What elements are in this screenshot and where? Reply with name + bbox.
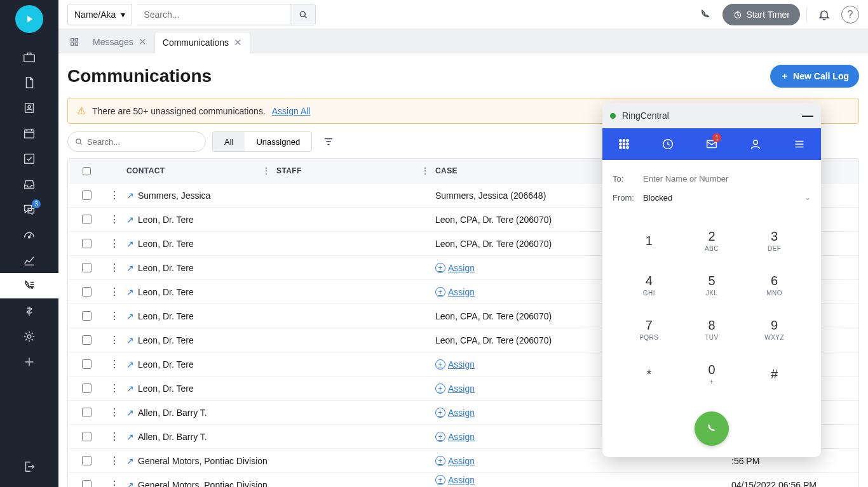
row-menu-button[interactable]: ⋮ [109,237,119,250]
case-text[interactable]: Leon, CPA, Dr. Tere (206070) [435,215,552,225]
nav-briefcase[interactable] [0,44,58,70]
rc-from-dropdown[interactable]: ⌄ [804,193,811,202]
filter-button[interactable] [318,131,339,152]
rc-tab-messages[interactable]: 1 [690,128,734,160]
tab-communications[interactable]: Communications ✕ [154,32,250,53]
tab-messages-close[interactable]: ✕ [139,36,147,48]
rc-to-input[interactable] [643,174,811,183]
row-menu-button[interactable]: ⋮ [109,406,119,418]
tab-messages[interactable]: Messages ✕ [85,31,154,53]
case-text[interactable]: Leon, CPA, Dr. Tere (206070) [435,335,552,345]
row-menu-button[interactable]: ⋮ [109,479,119,487]
dialpad-key-#[interactable]: # [743,352,806,396]
rc-tab-menu[interactable] [777,128,821,160]
row-menu-button[interactable]: ⋮ [109,430,119,443]
dialpad-key-*[interactable]: * [618,352,681,396]
dialpad-key-5[interactable]: 5JKL [681,263,743,307]
contact-name[interactable]: Leon, Dr. Tere [138,239,194,249]
row-checkbox[interactable] [82,190,92,200]
search-type-dropdown[interactable]: Name/Aka ▾ [67,4,132,25]
dialpad-key-6[interactable]: 6MNO [743,263,806,307]
global-search-input[interactable] [137,4,290,25]
nav-document[interactable] [0,70,58,95]
rc-tab-dialpad[interactable] [602,128,646,160]
app-logo[interactable] [15,5,43,33]
contact-name[interactable]: Leon, Dr. Tere [138,335,194,345]
contact-name[interactable]: Leon, Dr. Tere [138,263,194,273]
help-button[interactable]: ? [841,6,859,23]
notifications-button[interactable] [813,4,835,25]
row-menu-button[interactable]: ⋮ [109,213,119,225]
contact-name[interactable]: Summers, Jessica [138,190,210,201]
tab-communications-close[interactable]: ✕ [234,37,242,48]
contact-name[interactable]: Leon, Dr. Tere [138,384,194,394]
row-menu-button[interactable]: ⋮ [109,382,119,394]
row-checkbox[interactable] [82,359,92,369]
row-menu-button[interactable]: ⋮ [109,310,119,322]
case-text[interactable]: Purpose 001 [435,485,485,488]
row-checkbox[interactable] [82,287,92,297]
nav-inbox[interactable] [0,171,58,197]
row-menu-button[interactable]: ⋮ [109,262,119,274]
start-timer-button[interactable]: Start Timer [722,4,800,25]
nav-communications[interactable] [0,273,58,298]
row-checkbox[interactable] [82,263,92,272]
global-search-button[interactable] [290,4,315,25]
contact-name[interactable]: Leon, Dr. Tere [138,311,194,321]
tab-grid-button[interactable] [64,31,85,53]
contact-name[interactable]: Allen, Dr. Barry T. [138,408,207,418]
nav-chat[interactable]: 3 [0,197,58,222]
case-text[interactable]: Summers, Jessica (206648) [435,190,546,201]
nav-add[interactable] [0,349,58,375]
row-checkbox[interactable] [82,456,92,465]
contact-name[interactable]: Leon, Dr. Tere [138,287,194,297]
call-phone-button[interactable] [695,4,716,25]
contact-name[interactable]: General Motors, Pontiac Division [138,456,268,466]
nav-contacts[interactable] [0,95,58,121]
assign-link[interactable]: +Assign [435,475,731,485]
row-checkbox[interactable] [82,335,92,345]
nav-reports[interactable] [0,248,58,273]
rc-minimize-button[interactable]: — [802,109,813,123]
nav-logout[interactable] [0,454,58,479]
assign-all-link[interactable]: Assign All [272,106,311,116]
case-text[interactable]: Leon, CPA, Dr. Tere (206070) [435,239,552,249]
contact-name[interactable]: Leon, Dr. Tere [138,215,194,225]
row-menu-button[interactable]: ⋮ [109,189,119,201]
row-checkbox[interactable] [82,239,92,248]
row-checkbox[interactable] [82,215,92,224]
contact-name[interactable]: Allen, Dr. Barry T. [138,432,207,442]
nav-calendar[interactable] [0,121,58,146]
dialpad-key-9[interactable]: 9WXYZ [743,307,806,352]
filter-all[interactable]: All [213,132,245,151]
row-menu-button[interactable]: ⋮ [109,286,119,298]
contact-name[interactable]: General Motors, Pontiac Division [138,480,268,488]
dialpad-key-1[interactable]: 1 [618,218,681,263]
nav-tasks[interactable] [0,146,58,171]
nav-dashboard[interactable] [0,222,58,248]
rc-call-button[interactable] [695,411,729,446]
dialpad-key-2[interactable]: 2ABC [681,218,743,263]
dialpad-key-7[interactable]: 7PQRS [618,307,681,352]
row-checkbox[interactable] [82,432,92,441]
nav-billing[interactable] [0,298,58,324]
filter-unassigned[interactable]: Unassigned [245,132,311,151]
row-menu-button[interactable]: ⋮ [109,358,119,370]
row-menu-button[interactable]: ⋮ [109,455,119,467]
row-checkbox[interactable] [82,408,92,417]
rc-tab-contacts[interactable] [733,128,777,160]
select-all-checkbox[interactable] [83,167,91,175]
contact-name[interactable]: Leon, Dr. Tere [138,359,194,370]
row-checkbox[interactable] [82,311,92,321]
rc-tab-history[interactable] [646,128,690,160]
dialpad-key-4[interactable]: 4GHI [618,263,681,307]
nav-settings[interactable] [0,324,58,349]
col-staff-menu[interactable]: ⋮ [421,166,429,175]
local-search-input[interactable] [87,137,199,147]
new-call-log-button[interactable]: ＋ New Call Log [770,65,859,88]
row-checkbox[interactable] [82,480,92,487]
rc-titlebar[interactable]: RingCentral — [602,103,821,128]
dialpad-key-0[interactable]: 0+ [681,352,743,396]
row-menu-button[interactable]: ⋮ [109,334,119,346]
row-checkbox[interactable] [82,384,92,393]
